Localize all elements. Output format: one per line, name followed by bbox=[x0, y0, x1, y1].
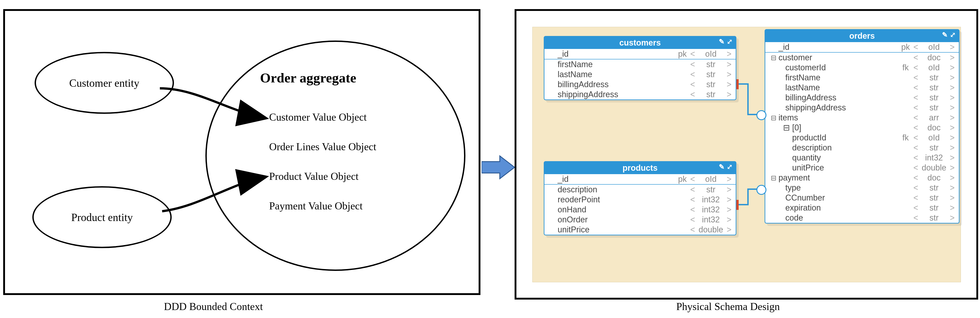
orders-row: shippingAddress<str> bbox=[765, 103, 959, 113]
arrow-product-to-vo bbox=[162, 175, 274, 220]
angle-left-icon: < bbox=[689, 80, 696, 89]
field-name: customer bbox=[778, 53, 899, 62]
orders-table: orders✎⤢_idpk<oId>⊟customer<doc> custome… bbox=[765, 29, 959, 224]
field-type: str bbox=[919, 213, 949, 223]
orders-row: type<str> bbox=[765, 183, 959, 193]
expand-icon[interactable]: ⤢ bbox=[727, 163, 732, 171]
products-row: unitPrice<double> bbox=[544, 225, 736, 235]
rel-stub-products bbox=[737, 200, 739, 210]
angle-right-icon: > bbox=[949, 193, 956, 203]
rel-line-products-h1 bbox=[739, 204, 748, 205]
field-name: payment bbox=[778, 173, 899, 183]
field-name: items bbox=[778, 113, 899, 122]
tree-toggle-icon[interactable]: ⊟ bbox=[768, 54, 778, 62]
angle-right-icon: > bbox=[725, 80, 732, 89]
angle-right-icon: > bbox=[949, 123, 956, 132]
field-type: int32 bbox=[696, 195, 725, 204]
field-name: ⊟ [0] bbox=[778, 123, 899, 132]
ddd-panel: Order aggregate Customer Value Object Or… bbox=[3, 9, 480, 295]
angle-left-icon: < bbox=[912, 63, 919, 72]
angle-right-icon: > bbox=[949, 203, 956, 213]
diagram-stage: Order aggregate Customer Value Object Or… bbox=[0, 0, 980, 318]
field-name: _id bbox=[558, 174, 676, 184]
orders-row: expiration<str> bbox=[765, 203, 959, 213]
field-name: CCnumber bbox=[778, 193, 899, 203]
angle-right-icon: > bbox=[949, 53, 956, 62]
eyedropper-icon[interactable]: ✎ bbox=[719, 163, 724, 171]
field-name: onHand bbox=[558, 205, 676, 215]
angle-right-icon: > bbox=[725, 70, 732, 79]
field-type: str bbox=[919, 193, 949, 203]
angle-left-icon: < bbox=[689, 195, 696, 204]
field-name: type bbox=[778, 183, 899, 192]
field-name: _id bbox=[778, 42, 899, 52]
products-row: description<str> bbox=[544, 184, 736, 195]
field-type: str bbox=[919, 203, 949, 213]
angle-left-icon: < bbox=[912, 143, 919, 153]
schema-panel: customers✎⤢_idpk<oId>firstName<str>lastN… bbox=[515, 9, 978, 300]
field-name: firstName bbox=[778, 73, 899, 83]
field-type: doc bbox=[919, 123, 949, 132]
field-name: _id bbox=[558, 49, 676, 59]
angle-left-icon: < bbox=[912, 183, 919, 192]
field-name: code bbox=[778, 213, 899, 223]
angle-left-icon: < bbox=[689, 215, 696, 224]
field-type: oId bbox=[919, 63, 949, 72]
orders-row: ⊟ [0]<doc> bbox=[765, 123, 959, 133]
angle-right-icon: > bbox=[949, 133, 956, 143]
angle-right-icon: > bbox=[949, 42, 956, 52]
angle-right-icon: > bbox=[949, 143, 956, 153]
orders-row: billingAddress<str> bbox=[765, 93, 959, 103]
field-name: productId bbox=[778, 133, 899, 143]
field-type: str bbox=[919, 143, 949, 153]
orders-row: unitPrice<double> bbox=[765, 163, 959, 173]
angle-left-icon: < bbox=[689, 49, 696, 59]
products-header: products✎⤢ bbox=[544, 162, 736, 174]
angle-right-icon: > bbox=[949, 183, 956, 192]
angle-right-icon: > bbox=[725, 174, 732, 184]
tree-toggle-icon[interactable]: ⊟ bbox=[768, 114, 778, 122]
field-type: int32 bbox=[696, 205, 725, 215]
rel-crow-customers bbox=[756, 110, 767, 120]
field-type: double bbox=[919, 163, 949, 173]
eyedropper-icon[interactable]: ✎ bbox=[719, 38, 724, 46]
vo-payment: Payment Value Object bbox=[269, 200, 363, 212]
angle-left-icon: < bbox=[689, 185, 696, 194]
vo-orderlines: Order Lines Value Object bbox=[269, 141, 376, 153]
field-type: arr bbox=[919, 113, 949, 122]
angle-left-icon: < bbox=[912, 203, 919, 213]
rel-crow-products bbox=[756, 185, 767, 195]
rel-line-products-h2 bbox=[747, 188, 757, 190]
expand-icon[interactable]: ⤢ bbox=[950, 31, 956, 39]
field-name: shippingAddress bbox=[778, 103, 899, 113]
angle-left-icon: < bbox=[689, 225, 696, 234]
angle-left-icon: < bbox=[912, 103, 919, 113]
angle-left-icon: < bbox=[912, 73, 919, 83]
angle-right-icon: > bbox=[725, 185, 732, 194]
tree-toggle-icon[interactable]: ⊟ bbox=[768, 174, 778, 182]
angle-left-icon: < bbox=[912, 42, 919, 52]
field-type: str bbox=[696, 90, 725, 99]
field-type: str bbox=[696, 80, 725, 89]
field-name: unitPrice bbox=[778, 163, 899, 173]
orders-row: CCnumber<str> bbox=[765, 193, 959, 203]
customers-row: _idpk<oId> bbox=[544, 49, 736, 59]
field-type: oId bbox=[919, 133, 949, 143]
angle-left-icon: < bbox=[689, 60, 696, 69]
field-name: firstName bbox=[558, 60, 676, 69]
angle-left-icon: < bbox=[912, 213, 919, 223]
angle-left-icon: < bbox=[912, 83, 919, 92]
field-name: billingAddress bbox=[778, 93, 899, 102]
angle-left-icon: < bbox=[912, 93, 919, 102]
expand-icon[interactable]: ⤢ bbox=[727, 38, 732, 46]
products-row: onHand<int32> bbox=[544, 205, 736, 215]
angle-left-icon: < bbox=[912, 53, 919, 62]
angle-right-icon: > bbox=[949, 73, 956, 83]
rel-line-customers-h1 bbox=[739, 83, 748, 85]
rel-line-customers-v bbox=[747, 83, 749, 115]
eyedropper-icon[interactable]: ✎ bbox=[942, 31, 948, 39]
field-type: oId bbox=[696, 49, 725, 59]
field-key: pk bbox=[676, 174, 689, 184]
angle-right-icon: > bbox=[949, 63, 956, 72]
field-name: description bbox=[558, 185, 676, 194]
